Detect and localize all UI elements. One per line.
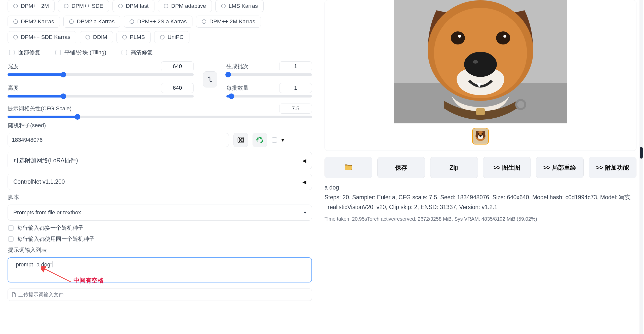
swap-dimensions-button[interactable] [203, 71, 217, 87]
batch-size-slider: 每批数量 1 [226, 83, 312, 98]
send-to-extras-button[interactable]: >> 附加功能 [589, 157, 636, 178]
triangle-left-icon: ◀ [302, 179, 306, 185]
sampler-label: DPM adaptive [171, 3, 206, 9]
script-label: 脚本 [8, 194, 312, 201]
sampler-ddim[interactable]: DDIM [80, 31, 113, 43]
svg-point-15 [458, 35, 461, 38]
triangle-down-icon: ▼ [280, 137, 285, 143]
prompt-list-textarea[interactable]: --prompt "a dog" 中间有空格 [8, 257, 312, 282]
cfg-label: 提示词相关性(CFG Scale) [8, 105, 71, 112]
height-track[interactable] [8, 95, 194, 98]
scrollbar-thumb[interactable] [640, 147, 643, 159]
width-value[interactable]: 640 [161, 61, 194, 71]
sampler-dpmpp-2s-a-karras[interactable]: DPM++ 2S a Karras [124, 16, 192, 28]
sampler-dpmpp-2m[interactable]: DPM++ 2M [8, 0, 55, 12]
lora-title: 可选附加网络(LoRA插件) [13, 157, 78, 164]
iterate-seed-label: 每行输入都换一个随机种子 [17, 224, 84, 232]
height-label: 高度 [8, 84, 19, 92]
annotation-arrow-icon [41, 266, 73, 284]
seed-input[interactable]: 1834948076 [8, 133, 229, 147]
svg-point-2 [242, 138, 243, 139]
sampler-label: LMS Karras [229, 3, 258, 9]
width-track[interactable] [8, 73, 194, 76]
same-seed-checkbox[interactable]: 每行输入都使用同一个随机种子 [8, 235, 312, 243]
restore-faces-checkbox[interactable]: 面部修复 [9, 49, 40, 56]
inpaint-label: >> 局部重绘 [543, 164, 576, 171]
svg-point-12 [473, 60, 478, 64]
action-row: 保存 Zip >> 图生图 >> 局部重绘 >> 附加功能 [325, 157, 636, 178]
extras-label: >> 附加功能 [596, 164, 629, 171]
annotation-text: 中间有空格 [73, 276, 104, 284]
width-label: 宽度 [8, 63, 19, 70]
batch-count-thumb[interactable] [225, 72, 231, 77]
page-scrollbar[interactable] [639, 0, 643, 308]
upload-prompt-file-label: 上传提示词输入文件 [18, 291, 64, 298]
svg-point-5 [242, 141, 243, 142]
sampler-dpm-fast[interactable]: DPM fast [112, 0, 154, 12]
zip-label: Zip [450, 164, 459, 171]
folder-icon [345, 164, 352, 170]
script-select[interactable]: Prompts from file or textbox ▾ [8, 205, 312, 221]
output-image[interactable] [394, 0, 567, 123]
batch-size-value[interactable]: 1 [279, 83, 312, 93]
sampler-dpm-adaptive[interactable]: DPM adaptive [158, 0, 212, 12]
save-label: 保存 [395, 164, 407, 171]
document-icon [12, 292, 16, 297]
sampler-label: PLMS [130, 34, 145, 40]
upload-prompt-file-button[interactable]: 上传提示词输入文件 [8, 289, 312, 301]
text-cursor [53, 261, 53, 267]
restore-faces-label: 面部修复 [18, 49, 40, 56]
cfg-thumb[interactable] [75, 114, 80, 120]
open-folder-button[interactable] [325, 157, 372, 178]
svg-point-22 [479, 135, 482, 137]
batch-count-label: 生成批次 [226, 63, 249, 70]
hires-fix-checkbox[interactable]: 高清修复 [122, 49, 153, 56]
tiling-label: 平铺/分块 (Tiling) [64, 49, 106, 56]
lora-accordion[interactable]: 可选附加网络(LoRA插件) ◀ [8, 152, 312, 169]
info-performance: Time taken: 20.95sTorch active/reserved:… [325, 215, 636, 223]
script-selected: Prompts from file or textbox [13, 209, 81, 216]
zip-button[interactable]: Zip [430, 157, 478, 178]
svg-rect-17 [476, 108, 485, 115]
sampler-dpmpp-sde[interactable]: DPM++ SDE [58, 0, 109, 12]
send-to-inpaint-button[interactable]: >> 局部重绘 [536, 157, 584, 178]
sampler-label: DPM fast [126, 3, 148, 9]
height-value[interactable]: 640 [161, 83, 194, 93]
height-thumb[interactable] [61, 93, 66, 99]
checkbox-icon [9, 50, 15, 55]
sampler-unipc[interactable]: UniPC [154, 31, 189, 43]
sampler-dpmpp-sde-karras[interactable]: DPM++ SDE Karras [8, 31, 76, 43]
sampler-label: DPM++ 2M Karras [209, 18, 255, 25]
batch-count-value[interactable]: 1 [279, 61, 312, 71]
sampler-dpmpp-2m-karras[interactable]: DPM++ 2M Karras [196, 16, 261, 28]
random-seed-button[interactable] [233, 133, 248, 147]
save-button[interactable]: 保存 [377, 157, 425, 178]
sampler-label: DPM++ SDE [71, 3, 103, 9]
width-slider: 宽度 640 [8, 61, 194, 76]
checkbox-row: 面部修复 平铺/分块 (Tiling) 高清修复 [8, 47, 312, 58]
width-thumb[interactable] [61, 72, 66, 77]
output-thumbnail[interactable] [472, 128, 489, 145]
svg-point-1 [239, 138, 240, 139]
sampler-lms-karras[interactable]: LMS Karras [215, 0, 264, 12]
sampler-radio-group: DPM++ 2M DPM++ SDE DPM fast DPM adaptive… [8, 0, 312, 43]
cfg-track[interactable] [8, 116, 312, 118]
sampler-dpm2-a-karras[interactable]: DPM2 a Karras [63, 16, 120, 28]
iterate-seed-checkbox[interactable]: 每行输入都换一个随机种子 [8, 224, 312, 232]
reuse-seed-button[interactable] [253, 133, 267, 147]
batch-size-thumb[interactable] [229, 93, 234, 99]
checkbox-icon [122, 50, 127, 55]
cfg-value[interactable]: 7.5 [279, 104, 312, 114]
send-to-img2img-button[interactable]: >> 图生图 [483, 157, 531, 178]
controlnet-title: ControlNet v1.1.200 [13, 178, 65, 185]
seed-extra-toggle[interactable]: ▼ [272, 137, 285, 143]
height-fill [8, 95, 63, 98]
dog-thumbnail-icon [473, 129, 488, 144]
tiling-checkbox[interactable]: 平铺/分块 (Tiling) [55, 49, 106, 56]
sampler-dpm2-karras[interactable]: DPM2 Karras [8, 16, 60, 28]
sampler-plms[interactable]: PLMS [116, 31, 151, 43]
batch-size-track[interactable] [226, 95, 312, 98]
controlnet-accordion[interactable]: ControlNet v1.1.200 ◀ [8, 174, 312, 190]
output-gallery [325, 0, 636, 151]
batch-count-track[interactable] [226, 73, 312, 76]
